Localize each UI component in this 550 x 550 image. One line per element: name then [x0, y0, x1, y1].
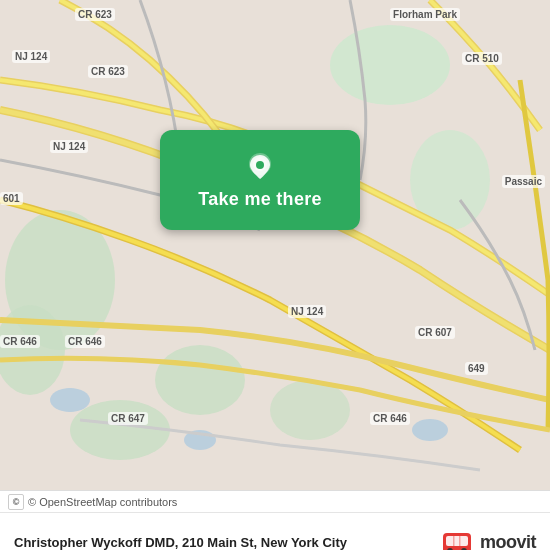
- road-label-passaic: Passaic: [502, 175, 545, 188]
- moovit-brand-name: moovit: [480, 532, 536, 550]
- road-label-cr646-left: CR 646: [65, 335, 105, 348]
- road-label-cr623-top: CR 623: [75, 8, 115, 21]
- bottom-bar: Christopher Wyckoff DMD, 210 Main St, Ne…: [0, 512, 550, 550]
- road-label-cr646-far-left: CR 646: [0, 335, 40, 348]
- road-label-cr510: CR 510: [462, 52, 502, 65]
- svg-point-8: [50, 388, 90, 412]
- svg-point-3: [155, 345, 245, 415]
- road-label-cr646-right: CR 646: [370, 412, 410, 425]
- osm-text: © OpenStreetMap contributors: [28, 496, 177, 508]
- osm-icon: ©: [8, 494, 24, 510]
- road-label-cr647: CR 647: [108, 412, 148, 425]
- attribution-bar: © © OpenStreetMap contributors: [0, 490, 550, 512]
- road-label-florham-park: Florham Park: [390, 8, 460, 21]
- location-pin-icon: [244, 151, 276, 183]
- location-text: Christopher Wyckoff DMD, 210 Main St, Ne…: [14, 535, 439, 550]
- road-label-601: 601: [0, 192, 23, 205]
- road-label-nj124-c: NJ 124: [288, 305, 326, 318]
- map-container: CR 623 NJ 124 CR 623 NJ 124 NJ 124 601 C…: [0, 0, 550, 490]
- svg-point-13: [256, 161, 264, 169]
- svg-point-5: [70, 400, 170, 460]
- take-me-there-button[interactable]: Take me there: [160, 130, 360, 230]
- svg-point-10: [412, 419, 448, 441]
- svg-rect-19: [459, 536, 461, 546]
- svg-point-7: [330, 25, 450, 105]
- svg-rect-15: [446, 536, 468, 546]
- road-label-cr623-mid: CR 623: [88, 65, 128, 78]
- road-label-649: 649: [465, 362, 488, 375]
- road-label-cr607: CR 607: [415, 326, 455, 339]
- moovit-logo: moovit: [439, 525, 536, 551]
- moovit-icon: [439, 525, 475, 551]
- road-label-nj124-a: NJ 124: [12, 50, 50, 63]
- svg-point-6: [270, 380, 350, 440]
- take-me-there-label: Take me there: [198, 189, 322, 210]
- svg-rect-18: [453, 536, 455, 546]
- road-label-nj124-b: NJ 124: [50, 140, 88, 153]
- osm-attribution: © © OpenStreetMap contributors: [8, 494, 177, 510]
